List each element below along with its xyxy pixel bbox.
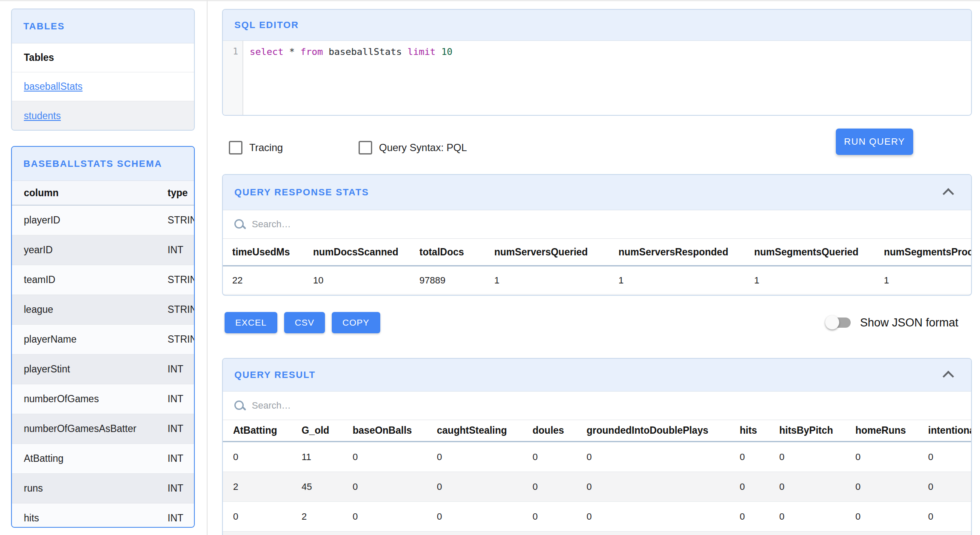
- result-column-header: hits: [740, 425, 779, 436]
- tables-panel-header: TABLES: [12, 9, 194, 43]
- schema-field-type: INT: [168, 363, 183, 375]
- schema-field-name: teamID: [24, 274, 55, 286]
- result-cell: 2: [233, 481, 302, 492]
- result-cell: 0: [779, 481, 855, 492]
- schema-field-name: playerStint: [24, 363, 70, 375]
- result-cell: 0: [740, 452, 779, 463]
- stats-column-header: numServersQueried: [494, 246, 618, 258]
- sql-token-number: 10: [441, 46, 453, 57]
- stats-column-header: timeUsedMs: [232, 246, 313, 258]
- result-panel-header: QUERY RESULT: [223, 359, 971, 392]
- collapse-chevron-icon[interactable]: [940, 367, 957, 383]
- sql-editor-panel: SQL EDITOR 1 select * from baseballStats…: [222, 9, 972, 116]
- result-column-header: groundedIntoDoublePlays: [587, 425, 740, 436]
- search-icon: [234, 219, 245, 229]
- result-column-header: doules: [533, 425, 587, 436]
- result-cell: 0: [587, 481, 740, 492]
- schema-row: runs INT: [12, 474, 194, 504]
- schema-field-type: INT: [168, 453, 183, 464]
- result-cell: 0: [533, 481, 587, 492]
- schema-field-name: numberOfGames: [24, 393, 99, 405]
- schema-row: hits INT: [12, 504, 194, 528]
- table-row: 2 45 0 0 0 0 0 0 0 0: [223, 472, 971, 502]
- schema-column-headers: column type: [12, 181, 194, 206]
- stats-column-header: numDocsScanned: [313, 246, 419, 258]
- tables-list-header: Tables: [12, 43, 194, 72]
- result-cell: 0: [928, 511, 971, 522]
- table-link-baseballstats[interactable]: baseballStats: [24, 81, 83, 92]
- result-cell: 0: [779, 511, 855, 522]
- schema-field-name: hits: [24, 512, 39, 524]
- schema-field-name: numberOfGamesAsBatter: [24, 423, 137, 435]
- stats-panel-header: QUERY RESPONSE STATS: [223, 175, 971, 210]
- result-cell: 0: [533, 452, 587, 463]
- sql-query-line[interactable]: select * from baseballStats limit 10: [250, 46, 453, 57]
- schema-field-name: league: [24, 304, 53, 315]
- table-row: 0 11 0 0 0 0 0 0 0 0: [223, 442, 971, 472]
- schema-row: AtBatting INT: [12, 444, 194, 474]
- query-result-panel: QUERY RESULT AtBatting G_old baseOnBalls…: [222, 358, 972, 535]
- result-search-row: [223, 392, 971, 420]
- query-console-page: TABLES Tables baseballStats students BAS…: [0, 0, 980, 535]
- table-link-row[interactable]: baseballStats: [12, 72, 194, 101]
- result-cell: 0: [437, 481, 533, 492]
- schema-type-header: type: [168, 187, 188, 199]
- schema-panel-title: BASEBALLSTATS SCHEMA: [23, 158, 162, 169]
- schema-row: playerID STRING: [12, 206, 194, 235]
- stats-value: 1: [494, 275, 618, 286]
- toggle-knob: [825, 315, 839, 329]
- stats-column-header: numSegmentsQueried: [754, 246, 884, 258]
- stats-search-input[interactable]: [252, 219, 507, 230]
- schema-row: numberOfGamesAsBatter INT: [12, 414, 194, 444]
- stats-value: 1: [884, 275, 971, 286]
- pql-control: Query Syntax: PQL: [359, 141, 467, 154]
- sql-code-editor[interactable]: 1 select * from baseballStats limit 10: [223, 41, 971, 115]
- sql-editor-header: SQL EDITOR: [223, 10, 971, 41]
- schema-field-type: STRING: [168, 274, 195, 286]
- result-cell: 0: [855, 452, 928, 463]
- result-cell: 0: [437, 452, 533, 463]
- result-column-header: G_old: [302, 425, 353, 436]
- pql-checkbox[interactable]: [359, 141, 372, 154]
- result-cell: 0: [587, 511, 740, 522]
- result-cell: 0: [740, 511, 779, 522]
- result-cell: 0: [855, 511, 928, 522]
- table-link-students[interactable]: students: [24, 110, 61, 122]
- show-json-toggle[interactable]: [825, 315, 852, 330]
- tables-panel: TABLES Tables baseballStats students: [11, 9, 195, 131]
- table-link-row[interactable]: students: [12, 101, 194, 130]
- stats-value: 1: [618, 275, 754, 286]
- sql-token: baseballStats: [328, 46, 407, 57]
- run-query-button[interactable]: RUN QUERY: [836, 129, 913, 155]
- stats-panel-title: QUERY RESPONSE STATS: [234, 187, 369, 198]
- schema-field-name: playerID: [24, 215, 60, 226]
- stats-search-row: [223, 210, 971, 239]
- sql-token-keyword: select: [250, 46, 289, 57]
- editor-gutter: 1: [223, 41, 243, 115]
- table-row-partial: [223, 532, 971, 535]
- result-column-header: hitsByPitch: [779, 425, 855, 436]
- schema-field-name: runs: [24, 483, 43, 494]
- table-row: 0 2 0 0 0 0 0 0 0 0: [223, 502, 971, 532]
- sql-token-keyword: from: [300, 46, 328, 57]
- excel-button[interactable]: EXCEL: [225, 312, 277, 333]
- schema-field-type: STRING: [168, 215, 195, 226]
- result-column-header: caughtStealing: [437, 425, 533, 436]
- result-cell: 0: [353, 511, 437, 522]
- stats-value: 22: [232, 275, 313, 286]
- result-cell: 11: [302, 452, 353, 463]
- export-buttons: EXCEL CSV COPY: [225, 312, 380, 333]
- schema-panel: BASEBALLSTATS SCHEMA column type playerI…: [11, 146, 195, 528]
- schema-row: playerStint INT: [12, 355, 194, 384]
- schema-row: league STRING: [12, 295, 194, 325]
- tracing-checkbox[interactable]: [229, 141, 242, 154]
- csv-button[interactable]: CSV: [284, 312, 325, 333]
- schema-panel-header: BASEBALLSTATS SCHEMA: [12, 147, 194, 181]
- result-panel-title: QUERY RESULT: [234, 369, 316, 381]
- result-search-input[interactable]: [252, 400, 507, 411]
- copy-button[interactable]: COPY: [332, 312, 380, 333]
- show-json-label: Show JSON format: [860, 316, 958, 330]
- collapse-chevron-icon[interactable]: [940, 184, 957, 200]
- result-cell: 0: [353, 452, 437, 463]
- result-cell: 0: [740, 481, 779, 492]
